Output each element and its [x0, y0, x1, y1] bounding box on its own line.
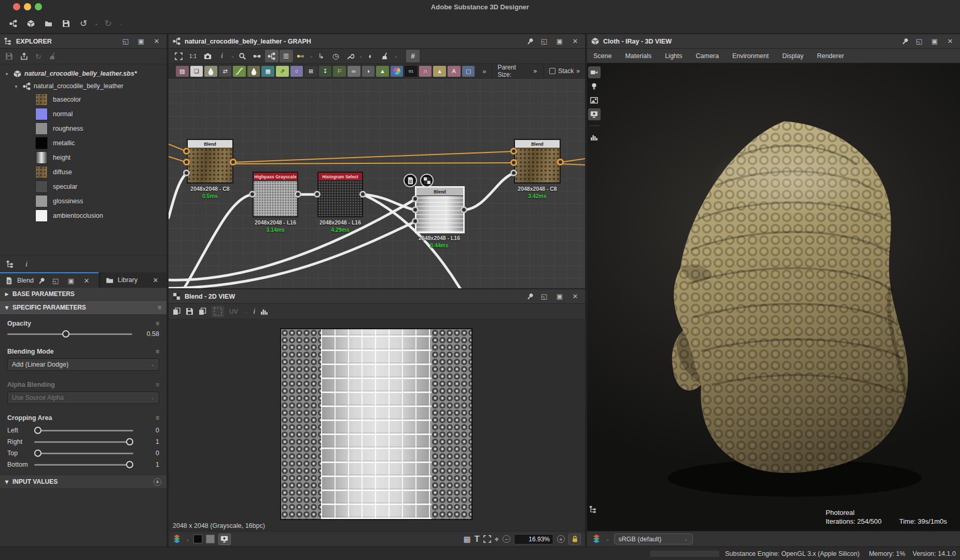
view3d-undock-icon[interactable]: ◱ [913, 37, 925, 46]
display-settings-button[interactable] [588, 108, 601, 120]
value-node-button[interactable]: ∞ [347, 66, 360, 77]
blending-mode-dropdown[interactable]: Add (Linear Dodge) ⌄ [7, 358, 159, 371]
compare-images-icon[interactable] [173, 307, 180, 315]
pin-icon[interactable] [525, 291, 536, 302]
crop-value[interactable]: 0 [137, 427, 159, 434]
stack-control[interactable]: Stack » [544, 64, 585, 78]
output-row[interactable]: normal [0, 107, 166, 121]
output-row[interactable]: glossiness [0, 194, 166, 208]
palette-overflow-button[interactable]: » [482, 67, 486, 75]
node-blend-3[interactable]: Blend [514, 139, 561, 184]
node-2d-view-button[interactable] [420, 174, 434, 187]
stack-view-button[interactable]: ≣ [280, 50, 293, 62]
param-options-icon[interactable]: ≡ [156, 320, 159, 327]
param-options-icon[interactable]: ≡ [156, 348, 159, 355]
node-properties-button[interactable] [404, 174, 417, 187]
explorer-close-icon[interactable]: ✕ [151, 37, 162, 46]
camera-view-button[interactable] [588, 66, 601, 78]
zoom-level-field[interactable]: 16.93% [514, 534, 553, 544]
scene-tree-toggle-icon[interactable] [589, 506, 597, 513]
output-port[interactable] [461, 206, 467, 213]
directional-warp-node-button[interactable] [247, 66, 260, 77]
explorer-clean-icon[interactable] [49, 52, 57, 60]
output-port[interactable] [359, 191, 366, 198]
input-port[interactable] [183, 148, 190, 155]
input-port[interactable] [183, 159, 190, 165]
fit-frame-icon[interactable] [483, 535, 491, 543]
redo-button[interactable]: ↻ [101, 16, 116, 31]
opacity-value[interactable]: 0.58 [137, 330, 159, 338]
stack-checkbox[interactable] [549, 68, 555, 74]
slider-handle[interactable] [34, 450, 41, 457]
collapse-caret-icon[interactable]: ▾ [12, 83, 20, 89]
redo-history-chevron-icon[interactable]: ⌄ [119, 21, 123, 26]
new-package-button[interactable] [23, 16, 38, 31]
slider-handle[interactable] [34, 427, 41, 434]
input-port[interactable] [183, 170, 190, 176]
copy-image-icon[interactable] [199, 307, 206, 315]
view2d-maximize-icon[interactable]: ▣ [554, 292, 565, 301]
input-port[interactable] [510, 148, 517, 155]
section-specific-parameters[interactable]: ▾ SPECIFIC PARAMETERS ≡ [0, 301, 166, 315]
hsl-node-button[interactable] [391, 66, 404, 77]
param-options-icon[interactable]: ≡ [156, 414, 159, 422]
traffic-light-close[interactable] [13, 3, 20, 10]
output-row[interactable]: ambientocclusion [0, 208, 166, 223]
tab-close-icon[interactable]: ✕ [81, 276, 92, 285]
crop-left-slider[interactable] [34, 430, 133, 431]
opacity-slider-handle[interactable] [62, 330, 69, 338]
switch-node-button[interactable]: ⇄ [219, 66, 232, 77]
tiling-transform-icon[interactable] [212, 306, 224, 317]
node-blend-1[interactable]: Blend [187, 139, 233, 184]
tools-button[interactable] [343, 50, 357, 62]
zoom-out-button[interactable]: − [503, 535, 510, 543]
input-port[interactable] [510, 159, 517, 166]
menu-renderer[interactable]: Renderer [817, 52, 844, 60]
output-port[interactable] [230, 159, 236, 165]
crop-right-slider[interactable] [34, 441, 133, 443]
input-port[interactable] [412, 206, 419, 213]
graph-maximize-icon[interactable]: ▣ [554, 37, 565, 46]
warp-node-button[interactable]: ▦ [261, 66, 274, 77]
snap-grid-button[interactable]: # [406, 50, 420, 62]
image-info-icon[interactable]: i [253, 307, 255, 316]
open-file-button[interactable] [40, 16, 56, 31]
graph-undock-icon[interactable]: ◱ [538, 37, 550, 46]
zoom-lock-button[interactable] [568, 534, 581, 545]
menu-materials[interactable]: Materials [625, 52, 651, 60]
traffic-light-zoom[interactable] [35, 3, 42, 10]
clean-graph-button[interactable] [379, 50, 392, 62]
height-extrude-node-button[interactable]: ↧ [319, 66, 332, 77]
add-input-value-button[interactable]: + [154, 478, 161, 486]
hierarchy-icon[interactable] [6, 260, 14, 268]
output-port[interactable] [557, 159, 564, 165]
uv-mode-dropdown[interactable]: UV [229, 308, 238, 315]
pin-icon[interactable] [525, 36, 536, 47]
background-display-button[interactable] [218, 534, 231, 545]
crop-node-button[interactable]: ▢ [462, 66, 475, 77]
tab-blend[interactable]: Blend ◱ ▣ ✕ [0, 272, 99, 288]
pin-icon[interactable] [36, 275, 47, 286]
new-substance-graph-button[interactable] [5, 16, 21, 31]
background-black-swatch[interactable] [193, 535, 202, 543]
gradient-node-button[interactable]: ◑ [362, 66, 375, 77]
channels-icon[interactable] [173, 534, 181, 543]
histogram-icon[interactable] [260, 307, 268, 315]
input-port[interactable] [510, 170, 517, 176]
background-gray-swatch[interactable] [206, 535, 215, 543]
view2d-undock-icon[interactable]: ◱ [538, 292, 550, 301]
view3d-viewport[interactable]: Photoreal Iterations: 254/500 Time: 39s/… [587, 63, 960, 531]
tiling-grid-icon[interactable]: ▦ [464, 535, 471, 544]
graph-close-icon[interactable]: ✕ [569, 37, 581, 46]
slider-handle[interactable] [126, 461, 133, 468]
svg-node-button[interactable]: ❏ [190, 66, 203, 77]
shape-node-button[interactable]: ○ [290, 66, 303, 77]
fit-view-button[interactable] [172, 50, 185, 62]
crop-value[interactable]: 1 [137, 438, 159, 445]
colorspace-dropdown[interactable]: sRGB (default) ⌄ [614, 534, 693, 544]
explorer-export-icon[interactable] [20, 52, 28, 60]
save-image-icon[interactable] [186, 307, 193, 315]
render-stats-button[interactable] [588, 131, 601, 143]
menu-environment[interactable]: Environment [732, 52, 769, 60]
node-blend-2-selected[interactable]: Blend [415, 187, 464, 233]
